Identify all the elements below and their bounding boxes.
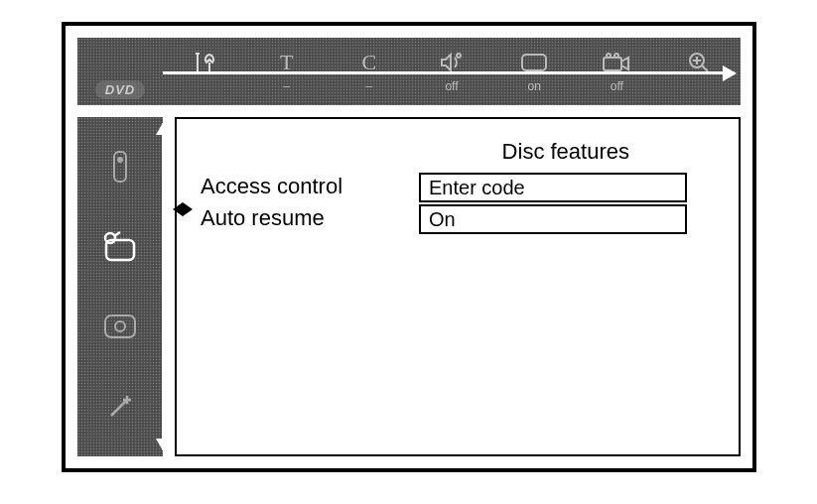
settings-window: DVD T – C – <box>62 22 756 472</box>
remote-icon <box>109 150 131 184</box>
dvd-badge: DVD <box>95 80 145 99</box>
sidebar-item-disc-features[interactable] <box>100 227 140 267</box>
setting-label: Access control <box>201 174 419 199</box>
setting-value[interactable]: On <box>419 204 687 234</box>
svg-rect-2 <box>604 58 621 70</box>
svg-point-3 <box>607 54 611 58</box>
wand-icon <box>105 392 135 422</box>
content-body: Disc features Access control Enter code … <box>77 117 741 456</box>
top-toolbar: DVD T – C – <box>77 38 741 105</box>
sidebar-item-remote[interactable] <box>100 147 140 187</box>
sidebar-item-record[interactable] <box>100 307 140 346</box>
mode-indicator: DVD <box>77 38 163 105</box>
svg-rect-10 <box>105 315 135 337</box>
svg-point-9 <box>105 233 115 243</box>
svg-point-0 <box>457 54 461 58</box>
svg-rect-1 <box>522 55 546 70</box>
toolbar-item-value: – <box>366 79 373 93</box>
svg-rect-6 <box>114 152 126 182</box>
svg-point-7 <box>118 158 122 162</box>
category-sidebar <box>77 117 163 456</box>
toolbar-item-value: on <box>527 79 540 93</box>
setting-value[interactable]: Enter code <box>419 173 687 202</box>
setting-label: Auto resume <box>201 205 419 231</box>
tv-icon <box>100 230 140 264</box>
setting-row-auto-resume[interactable]: Auto resume On <box>201 202 719 234</box>
svg-point-11 <box>115 321 125 331</box>
toolbar-item-value: off <box>611 79 623 93</box>
panel-title: Disc features <box>201 139 719 165</box>
settings-panel: Disc features Access control Enter code … <box>175 117 741 456</box>
record-icon <box>103 314 137 339</box>
svg-point-4 <box>614 54 618 58</box>
vertical-nav-arrow <box>162 123 165 450</box>
left-right-arrow-icon <box>177 200 191 218</box>
toolbar-item-value: – <box>283 79 290 93</box>
horizontal-nav-arrow <box>163 71 735 74</box>
setting-row-access-control[interactable]: Access control Enter code <box>201 171 719 202</box>
toolbar-item-value: off <box>445 79 458 93</box>
sidebar-item-install[interactable] <box>100 387 140 427</box>
